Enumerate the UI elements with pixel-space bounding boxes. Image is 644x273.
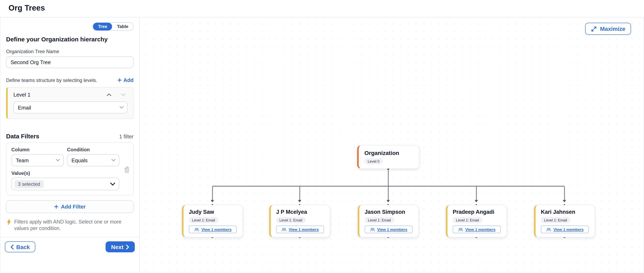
back-label: Back bbox=[16, 244, 30, 250]
plus-icon bbox=[54, 205, 58, 209]
org-node[interactable]: Jason Simpson Level 1: Email View 1 memb… bbox=[358, 205, 419, 237]
connector-arrow bbox=[563, 200, 566, 202]
expand-arrows-icon bbox=[591, 26, 597, 32]
node-title: Pradeep Angadi bbox=[453, 209, 501, 215]
filters-note: Filters apply with AND logic. Select one… bbox=[6, 219, 134, 232]
node-level-badge: Level 1: Email bbox=[276, 217, 306, 223]
data-filters-heading: Data Filters bbox=[6, 133, 39, 140]
toggle-table[interactable]: Table bbox=[112, 23, 133, 30]
node-title: Organization bbox=[364, 150, 413, 156]
org-node[interactable]: Kari Jahnsen Level 1: Email View 1 membe… bbox=[534, 205, 595, 237]
filter-count-badge: 1 filter bbox=[119, 133, 134, 140]
filter-card: Column Team Condition Equals bbox=[6, 142, 134, 196]
maximize-label: Maximize bbox=[600, 25, 626, 32]
connector-line bbox=[388, 187, 388, 200]
sidebar-footer: Back Next bbox=[0, 237, 139, 252]
hierarchy-sidebar: Tree Table Define your Organization hier… bbox=[0, 17, 140, 273]
people-group-icon bbox=[458, 227, 463, 232]
view-members-button[interactable]: View 1 members bbox=[453, 226, 501, 233]
org-node[interactable]: J P Mcelyea Level 1: Email View 1 member… bbox=[269, 205, 330, 237]
node-title: J P Mcelyea bbox=[276, 209, 324, 215]
back-button[interactable]: Back bbox=[5, 241, 36, 252]
add-level-label: Add bbox=[123, 77, 134, 83]
view-members-label: View 1 members bbox=[202, 227, 232, 232]
connector-line bbox=[212, 187, 213, 200]
level-card: Level 1 Email bbox=[6, 87, 134, 119]
condition-label: Condition bbox=[67, 147, 120, 153]
view-members-label: View 1 members bbox=[465, 227, 496, 232]
move-level-down-button[interactable] bbox=[120, 93, 126, 97]
maximize-button[interactable]: Maximize bbox=[585, 23, 631, 35]
view-members-button[interactable]: View 1 members bbox=[365, 226, 412, 233]
view-members-button[interactable]: View 1 members bbox=[189, 226, 237, 233]
filters-note-text: Filters apply with AND logic. Select one… bbox=[14, 219, 130, 232]
node-title: Kari Jahnsen bbox=[541, 209, 589, 215]
chevron-left-icon bbox=[10, 245, 14, 249]
org-node-root[interactable]: Organization Level 0 bbox=[357, 145, 419, 169]
page-title: Org Trees bbox=[8, 4, 45, 12]
next-label: Next bbox=[111, 244, 124, 250]
add-filter-button[interactable]: Add Filter bbox=[6, 200, 134, 213]
chevron-down-icon bbox=[120, 106, 124, 109]
node-level-badge: Level 1: Email bbox=[365, 217, 394, 223]
level-column-select[interactable]: Email bbox=[14, 101, 128, 114]
selected-values-chip: 3 selected bbox=[14, 180, 44, 188]
connector-line bbox=[564, 187, 565, 200]
chevron-down-icon bbox=[111, 159, 116, 162]
org-tree-canvas[interactable]: Maximize Organization Level 0 bbox=[140, 17, 644, 273]
chevron-down-icon bbox=[110, 182, 115, 186]
connector-line bbox=[300, 187, 300, 200]
people-group-icon bbox=[370, 227, 375, 232]
node-title: Jason Simpson bbox=[365, 209, 412, 215]
connector-arrow bbox=[475, 200, 478, 202]
people-group-icon bbox=[546, 227, 552, 232]
top-bar: Org Trees bbox=[0, 0, 644, 17]
chevron-right-icon bbox=[126, 245, 129, 249]
level-title: Level 1 bbox=[14, 92, 30, 98]
filter-column-value: Team bbox=[16, 157, 29, 163]
connector-arrow bbox=[298, 200, 301, 202]
sidebar-heading: Define your Organization hierarchy bbox=[6, 36, 134, 43]
values-label: Value(s) bbox=[11, 170, 128, 176]
people-group-icon bbox=[282, 227, 287, 232]
tree-name-input[interactable] bbox=[6, 56, 134, 68]
toggle-tree[interactable]: Tree bbox=[93, 23, 112, 30]
view-members-button[interactable]: View 1 members bbox=[276, 226, 324, 233]
chevron-down-icon bbox=[56, 159, 60, 162]
view-toggle-row: Tree Table bbox=[6, 22, 134, 31]
people-group-icon bbox=[194, 227, 199, 232]
level-column-value: Email bbox=[18, 104, 31, 111]
connector-arrow bbox=[386, 200, 390, 202]
connector-line bbox=[388, 170, 388, 186]
node-level-badge: Level 0 bbox=[364, 158, 383, 164]
org-node[interactable]: Judy Saw Level 1: Email View 1 members bbox=[182, 205, 243, 237]
node-level-badge: Level 1: Email bbox=[189, 217, 218, 223]
filter-column-select[interactable]: Team bbox=[11, 154, 64, 166]
view-members-button[interactable]: View 1 members bbox=[541, 226, 589, 233]
next-button[interactable]: Next bbox=[105, 241, 135, 252]
node-title: Judy Saw bbox=[189, 209, 237, 215]
node-level-badge: Level 1: Email bbox=[541, 217, 570, 223]
connector-line bbox=[476, 187, 477, 200]
add-level-button[interactable]: Add bbox=[117, 77, 134, 83]
plus-icon bbox=[117, 78, 122, 82]
tree-name-label: Organization Tree Name bbox=[6, 49, 134, 54]
view-members-label: View 1 members bbox=[289, 227, 319, 232]
filter-condition-value: Equals bbox=[72, 157, 88, 163]
add-filter-label: Add Filter bbox=[61, 204, 86, 210]
lightning-bolt-icon bbox=[6, 219, 11, 225]
view-members-label: View 1 members bbox=[554, 227, 584, 232]
filter-condition-select[interactable]: Equals bbox=[67, 154, 120, 166]
column-label: Column bbox=[11, 147, 64, 153]
trash-icon bbox=[124, 166, 130, 173]
delete-filter-button[interactable] bbox=[124, 166, 130, 173]
filter-values-select[interactable]: 3 selected bbox=[11, 178, 120, 190]
node-level-badge: Level 1: Email bbox=[453, 217, 482, 223]
move-level-up-button[interactable] bbox=[106, 93, 112, 97]
levels-description: Define teams structure by selecting leve… bbox=[6, 77, 98, 83]
app: Org Trees Tree Table Define your Organiz… bbox=[0, 0, 644, 273]
view-toggle: Tree Table bbox=[93, 22, 134, 31]
org-node[interactable]: Pradeep Angadi Level 1: Email View 1 mem… bbox=[446, 205, 507, 237]
view-members-label: View 1 members bbox=[377, 227, 408, 232]
connector-arrow bbox=[211, 200, 214, 202]
